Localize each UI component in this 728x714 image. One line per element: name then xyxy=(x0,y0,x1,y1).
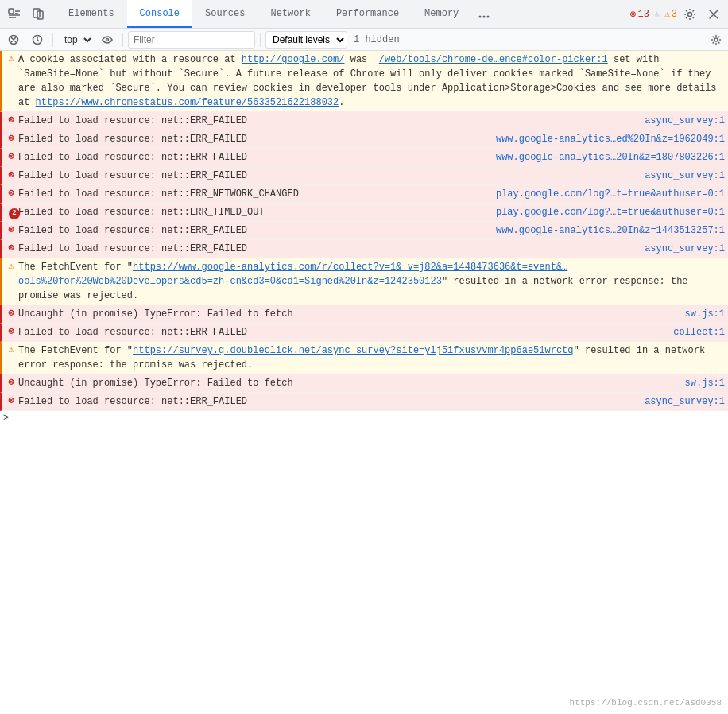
svg-rect-1 xyxy=(33,9,40,17)
error-source-10[interactable]: collect:1 xyxy=(673,325,725,340)
tab-sources[interactable]: Sources xyxy=(192,0,258,28)
devtools-right-controls: ⊗ 13 ▲ ⚠ 3 xyxy=(630,3,725,25)
error-text-9: Uncaught (in promise) TypeError: Failed … xyxy=(18,307,293,321)
error-source-8[interactable]: async_survey:1 xyxy=(645,242,725,256)
error-source-11[interactable]: sw.js:1 xyxy=(685,376,725,390)
prompt-caret-icon: > xyxy=(3,413,9,424)
warning-icon: ⚠ xyxy=(6,53,17,64)
error-icon-11: ⊗ xyxy=(6,377,17,388)
log-entry-err-10: ⊗ Failed to load resource: net::ERR_FAIL… xyxy=(0,324,728,342)
tab-memory[interactable]: Memory xyxy=(412,0,471,28)
settings-button[interactable] xyxy=(679,3,701,25)
error-source-2[interactable]: www.google-analytics…ed%20In&z=1962049:1 xyxy=(496,132,725,146)
error-text-7: Failed to load resource: net::ERR_FAILED xyxy=(18,223,247,238)
tab-bar: Elements Console Sources Network Perform… xyxy=(0,0,728,29)
error-icon-7: ⊗ xyxy=(6,224,17,235)
error-text-10: Failed to load resource: net::ERR_FAILED xyxy=(18,325,247,340)
error-badge-6: 2 xyxy=(6,206,17,217)
chromestatus-link[interactable]: https://www.chromestatus.com/feature/563… xyxy=(36,97,339,108)
log-entry-err-11: ⊗ Uncaught (in promise) TypeError: Faile… xyxy=(0,374,728,393)
error-text-3: Failed to load resource: net::ERR_FAILED xyxy=(18,150,247,165)
tab-network[interactable]: Network xyxy=(258,0,323,28)
fetch-warning-text-1: The FetchEvent for "https://www.google-a… xyxy=(18,260,725,303)
tab-console[interactable]: Console xyxy=(127,0,192,28)
log-entry-err-4: ⊗ Failed to load resource: net::ERR_FAIL… xyxy=(0,167,728,185)
error-icon-8: ⊗ xyxy=(6,243,17,254)
filter-input[interactable] xyxy=(128,31,255,49)
log-entry-err-9: ⊗ Uncaught (in promise) TypeError: Faile… xyxy=(0,305,728,324)
error-source-12[interactable]: async_survey:1 xyxy=(645,394,725,409)
error-icon-3: ⊗ xyxy=(6,151,17,162)
google-link[interactable]: http://google.com/ xyxy=(242,54,345,65)
error-source-9[interactable]: sw.js:1 xyxy=(685,307,725,321)
warning-count-badge: ⚠ 3 xyxy=(664,9,677,20)
doubleclick-link[interactable]: https://survey.g.doubleclick.net/async_s… xyxy=(133,345,574,356)
error-icon-12: ⊗ xyxy=(6,395,17,406)
clear-console-button[interactable] xyxy=(3,31,24,49)
tab-elements[interactable]: Elements xyxy=(56,0,127,28)
log-entry-err-7: ⊗ Failed to load resource: net::ERR_FAIL… xyxy=(0,222,728,240)
log-entry-err-6: 2 Failed to load resource: net::ERR_TIME… xyxy=(0,204,728,222)
console-prompt-line: > xyxy=(0,411,728,425)
log-entry-fetch-warning-2: ⚠ The FetchEvent for "https://survey.g.d… xyxy=(0,342,728,374)
log-entry-err-5: ⊗ Failed to load resource: net::ERR_NETW… xyxy=(0,185,728,204)
error-source-4[interactable]: async_survey:1 xyxy=(645,169,725,183)
svg-point-3 xyxy=(479,16,482,18)
close-devtools-button[interactable] xyxy=(703,3,725,25)
console-input[interactable] xyxy=(12,413,725,424)
error-source-1[interactable]: async_survey:1 xyxy=(645,114,725,128)
toolbar-separator-1 xyxy=(52,33,53,47)
cookie-warning-text: A cookie associated with a resource at h… xyxy=(18,52,725,110)
warning-icon-3: ⚠ xyxy=(6,344,17,355)
svg-point-5 xyxy=(487,16,490,18)
inspect-element-button[interactable] xyxy=(3,3,25,25)
error-icon-10: ⊗ xyxy=(6,326,17,337)
error-text-6: Failed to load resource: net::ERR_TIMED_… xyxy=(18,205,265,219)
log-entry-err-1: ⊗ Failed to load resource: net::ERR_FAIL… xyxy=(0,112,728,130)
svg-point-4 xyxy=(483,16,486,18)
fetch-warning-text-2: The FetchEvent for "https://survey.g.dou… xyxy=(18,343,725,372)
error-source-7[interactable]: www.google-analytics…20In&z=1443513257:1 xyxy=(496,223,725,238)
error-icon-1: ⊗ xyxy=(6,114,17,126)
more-tabs-button[interactable] xyxy=(473,6,495,28)
svg-point-9 xyxy=(106,38,109,41)
log-entry-err-3: ⊗ Failed to load resource: net::ERR_FAIL… xyxy=(0,149,728,167)
console-settings-button[interactable] xyxy=(707,31,725,49)
eye-button[interactable] xyxy=(97,31,118,49)
ga-collect-link[interactable]: https://www.google-analytics.com/r/colle… xyxy=(18,262,567,287)
main-tabs: Elements Console Sources Network Perform… xyxy=(56,0,495,28)
color-picker-link[interactable]: /web/tools/chrome-de…ence#color-picker:1 xyxy=(379,54,608,65)
toolbar-separator-2 xyxy=(122,33,123,47)
error-count-badge: ⊗ 13 xyxy=(630,8,649,21)
context-selector[interactable]: top xyxy=(58,31,94,49)
error-icon-5: ⊗ xyxy=(6,188,17,199)
svg-point-10 xyxy=(714,38,718,41)
log-entry-err-8: ⊗ Failed to load resource: net::ERR_FAIL… xyxy=(0,240,728,258)
error-text-2: Failed to load resource: net::ERR_FAILED xyxy=(18,132,247,146)
error-text-5: Failed to load resource: net::ERR_NETWOR… xyxy=(18,187,299,201)
error-source-5[interactable]: play.google.com/log?…t=true&authuser=0:1 xyxy=(496,187,725,201)
error-icon-4: ⊗ xyxy=(6,169,17,180)
log-entry-err-12: ⊗ Failed to load resource: net::ERR_FAIL… xyxy=(0,393,728,411)
tab-performance[interactable]: Performance xyxy=(323,0,412,28)
error-text-1: Failed to load resource: net::ERR_FAILED xyxy=(18,114,247,128)
toolbar-separator-3 xyxy=(260,33,261,47)
device-toggle-button[interactable] xyxy=(27,3,49,25)
console-output: ⚠ A cookie associated with a resource at… xyxy=(0,51,728,714)
error-text-12: Failed to load resource: net::ERR_FAILED xyxy=(18,394,247,409)
console-toolbar: top Default levels 1 hidden xyxy=(0,29,728,51)
warning-icon-2: ⚠ xyxy=(6,261,17,272)
svg-rect-0 xyxy=(9,9,14,14)
error-text-11: Uncaught (in promise) TypeError: Failed … xyxy=(18,376,293,390)
log-entry-err-2: ⊗ Failed to load resource: net::ERR_FAIL… xyxy=(0,130,728,149)
preserve-log-button[interactable] xyxy=(27,31,48,49)
log-entry-cookie-warning: ⚠ A cookie associated with a resource at… xyxy=(0,51,728,112)
devtools-controls xyxy=(3,3,49,25)
hidden-count: 1 hidden xyxy=(354,34,400,45)
log-level-select[interactable]: Default levels xyxy=(265,31,347,49)
error-icon-2: ⊗ xyxy=(6,133,17,144)
svg-point-6 xyxy=(688,12,692,16)
error-source-3[interactable]: www.google-analytics…20In&z=1807803226:1 xyxy=(496,150,725,165)
error-text-8: Failed to load resource: net::ERR_FAILED xyxy=(18,242,247,256)
error-source-6[interactable]: play.google.com/log?…t=true&authuser=0:1 xyxy=(496,205,725,219)
